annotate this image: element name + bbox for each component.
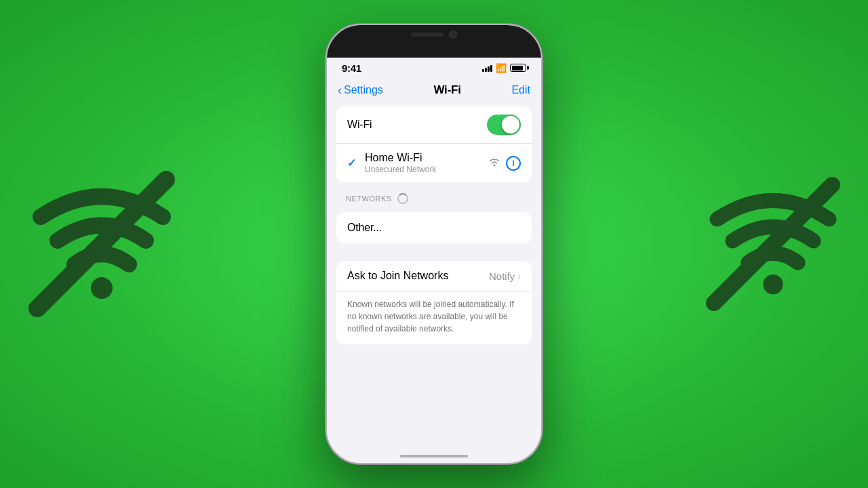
networks-label-text: NETWORKS [346,195,392,203]
wifi-toggle-row: Wi-Fi [336,106,532,144]
signal-bar-4 [490,65,492,72]
other-group: Other... [336,212,532,243]
home-indicator [327,449,541,463]
notch [390,25,478,44]
home-bar [400,455,468,458]
toggle-knob [502,116,519,134]
svg-point-0 [91,277,113,299]
ask-to-join-right: Notify › [489,270,521,282]
notch-bar [327,25,541,58]
content-area: Wi-Fi ✓ Home Wi-Fi Unsecured Network [327,101,541,449]
signal-bar-1 [482,69,484,72]
other-row[interactable]: Other... [336,212,532,243]
info-letter: i [512,159,514,168]
status-time: 9:41 [342,62,361,74]
back-label: Settings [344,84,383,96]
network-subtitle: Unsecured Network [365,165,436,174]
chevron-right-icon: › [517,270,521,281]
wifi-status-icon: 📶 [496,63,507,73]
battery-fill [512,66,523,70]
ask-to-join-group: Ask to Join Networks Notify › Known netw… [336,261,532,344]
edit-button[interactable]: Edit [511,84,530,96]
loading-spinner [397,193,408,204]
notch-speaker [411,33,443,37]
svg-point-2 [763,274,783,294]
nav-bar: ‹ Settings Wi-Fi Edit [327,78,541,101]
other-label: Other... [347,222,382,234]
checkmark-icon: ✓ [347,157,358,169]
network-name: Home Wi-Fi [365,152,436,164]
status-icons: 📶 [482,63,526,73]
signal-bars-icon [482,64,492,72]
page-title: Wi-Fi [433,83,460,97]
notch-camera [449,30,457,39]
battery-icon [510,64,526,72]
ask-to-join-row[interactable]: Ask to Join Networks Notify › [336,261,532,291]
signal-bar-2 [485,68,487,72]
wifi-group: Wi-Fi ✓ Home Wi-Fi Unsecured Network [336,106,532,182]
ask-to-join-label: Ask to Join Networks [347,270,448,282]
network-row-right: i [488,156,521,171]
back-button[interactable]: ‹ Settings [338,84,383,96]
networks-section-label: NETWORKS [327,188,541,207]
phone: 9:41 📶 ‹ Settings [326,24,542,464]
wifi-toggle[interactable] [487,115,521,135]
wifi-label: Wi-Fi [347,119,372,131]
wifi-off-icon-left [20,163,183,325]
ask-to-join-value: Notify [489,270,515,282]
signal-bar-3 [488,66,490,72]
network-row-left: ✓ Home Wi-Fi Unsecured Network [347,152,436,174]
chevron-left-icon: ‹ [338,84,342,96]
wifi-signal-icon [488,157,500,169]
info-icon[interactable]: i [506,156,521,171]
ask-to-join-description: Known networks will be joined automatica… [336,291,532,344]
network-info: Home Wi-Fi Unsecured Network [365,152,436,174]
screen: ‹ Settings Wi-Fi Edit Wi-Fi [327,78,541,449]
phone-frame: 9:41 📶 ‹ Settings [326,24,542,464]
connected-network-row[interactable]: ✓ Home Wi-Fi Unsecured Network [336,144,532,182]
status-bar: 9:41 📶 [327,58,541,78]
wifi-off-icon-right [698,169,848,319]
